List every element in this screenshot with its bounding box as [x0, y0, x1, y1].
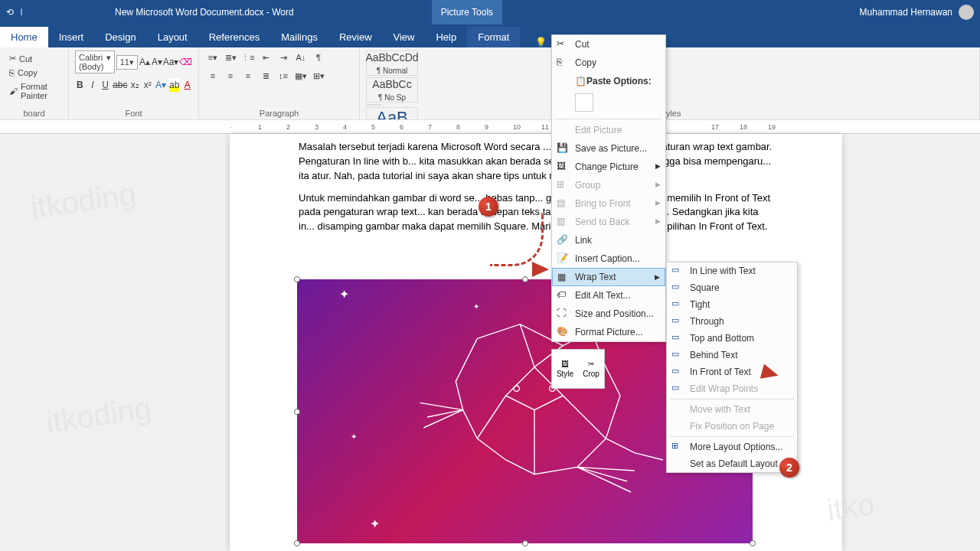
justify-button[interactable]: ≣ [258, 69, 273, 83]
ctx-save-as-picture[interactable]: 💾Save as Picture... [552, 139, 665, 158]
tab-insert[interactable]: Insert [48, 27, 95, 47]
tab-review[interactable]: Review [328, 27, 383, 47]
resize-handle-br[interactable] [750, 540, 756, 546]
ctx-paste-option[interactable] [552, 90, 665, 117]
ctx-cut[interactable]: ✂Cut [552, 35, 665, 54]
wrap-through-icon: ▭ [671, 315, 684, 328]
tab-home[interactable]: Home [0, 27, 48, 47]
grow-font-button[interactable]: A▴ [139, 55, 150, 69]
ruler[interactable]: ·123456789101112171819 [0, 120, 980, 134]
font-color-button[interactable]: A [182, 78, 192, 92]
wrap-set-default[interactable]: Set as Default Layout [667, 455, 797, 472]
clear-format-button[interactable]: ⌫ [179, 55, 192, 69]
align-right-button[interactable]: ≡ [240, 69, 256, 83]
ctx-group: ⊞Group▶ [552, 176, 665, 194]
align-left-button[interactable]: ≡ [205, 69, 220, 83]
chevron-right-icon: ▶ [655, 181, 661, 188]
increase-indent-button[interactable]: ⇥ [276, 51, 291, 64]
tab-view[interactable]: View [383, 27, 426, 47]
font-name-combo[interactable]: Calibri (Body)▾ [75, 51, 115, 73]
ctx-edit-picture: Edit Picture [552, 121, 665, 139]
wrap-tight-icon: ▭ [671, 298, 684, 311]
wrap-edit-points: ▭Edit Wrap Points [667, 380, 797, 397]
autosave-icon[interactable]: ⟲ [6, 7, 14, 18]
show-marks-button[interactable]: ¶ [311, 51, 326, 64]
crop-button[interactable]: ✂Crop [578, 350, 604, 388]
tab-format[interactable]: Format [467, 27, 520, 47]
superscript-button[interactable]: x² [142, 78, 152, 92]
ctx-format-picture[interactable]: 🎨Format Picture... [552, 323, 665, 341]
paragraph-group: ≡▾ ≣▾ ⋮≡ ⇤ ⇥ A↓ ¶ ≡ ≡ ≡ ≣ ↕≡ ▦▾ ⊞▾ Parag… [199, 47, 360, 119]
wrap-topbottom-icon: ▭ [671, 332, 684, 344]
resize-handle-t[interactable] [522, 276, 528, 282]
scissors-icon: ✂ [557, 38, 569, 51]
tab-layout[interactable]: Layout [147, 27, 198, 47]
link-icon: 🔗 [557, 234, 569, 246]
highlight-button[interactable]: ab [169, 78, 179, 92]
copy-button[interactable]: ⎘Copy [6, 67, 62, 79]
sort-button[interactable]: A↓ [293, 51, 309, 64]
paragraph-1[interactable]: Masalah tersebut terjadi karena Microsof… [299, 140, 773, 184]
multilevel-button[interactable]: ⋮≡ [240, 51, 256, 64]
text-effects-button[interactable]: A▾ [155, 78, 166, 92]
wrap-through[interactable]: ▭Through [667, 313, 797, 330]
sparkle-icon: ✦ [339, 287, 349, 302]
cut-button[interactable]: ✂Cut [6, 52, 62, 65]
ctx-link[interactable]: 🔗Link [552, 231, 665, 249]
styles-group: AaBbCcDd¶ Normal AaBbCc¶ No Sp AaBTitle … [360, 47, 980, 119]
italic-button[interactable]: I [88, 78, 98, 92]
wrap-square[interactable]: ▭Square [667, 279, 797, 296]
align-center-button[interactable]: ≡ [223, 69, 238, 83]
tab-references[interactable]: References [198, 27, 270, 47]
wrap-fix-position: Fix Position on Page [667, 418, 797, 435]
more-options-icon: ⊞ [671, 441, 684, 453]
font-label: Font [69, 109, 198, 118]
shrink-font-button[interactable]: A▾ [152, 55, 162, 69]
ctx-wrap-text[interactable]: ▦Wrap Text▶ [552, 268, 665, 286]
line-spacing-button[interactable]: ↕≡ [276, 69, 291, 83]
subscript-button[interactable]: x₂ [130, 78, 140, 92]
underline-button[interactable]: U [100, 78, 110, 92]
font-size-combo[interactable]: 11▾ [116, 55, 138, 70]
tab-help[interactable]: Help [425, 27, 467, 47]
chevron-right-icon: ▶ [655, 217, 661, 225]
clipboard-label: board [0, 109, 68, 118]
ctx-size-position[interactable]: ⛶Size and Position... [552, 305, 665, 323]
separator [670, 436, 794, 437]
resize-handle-tl[interactable] [294, 276, 300, 282]
ctx-insert-caption[interactable]: 📝Insert Caption... [552, 249, 665, 268]
style-hidden[interactable] [366, 104, 381, 106]
user-name[interactable]: Muhammad Hernawan [860, 7, 952, 18]
wrap-tight[interactable]: ▭Tight [667, 296, 797, 313]
ctx-change-picture[interactable]: 🖼Change Picture▶ [552, 158, 665, 176]
borders-button[interactable]: ⊞▾ [311, 69, 326, 83]
style-button[interactable]: 🖼Style [552, 350, 578, 388]
bold-button[interactable]: B [75, 78, 85, 92]
bullets-button[interactable]: ≡▾ [205, 51, 220, 64]
ctx-edit-alt-text[interactable]: 🏷Edit Alt Text... [552, 286, 665, 305]
picture-tools-tab[interactable]: Picture Tools [432, 0, 502, 24]
wrap-behind[interactable]: ▭Behind Text [667, 347, 797, 364]
wrap-inline[interactable]: ▭In Line with Text [667, 262, 797, 279]
change-case-button[interactable]: Aa▾ [164, 55, 178, 69]
style-normal[interactable]: AaBbCcDd¶ Normal [366, 51, 418, 76]
numbering-button[interactable]: ≣▾ [223, 51, 238, 64]
resize-handle-l[interactable] [294, 409, 300, 415]
wrap-more-options[interactable]: ⊞More Layout Options... [667, 439, 797, 455]
qat-dropdown[interactable]: ⁞ [20, 7, 23, 18]
wrap-top-bottom[interactable]: ▭Top and Bottom [667, 330, 797, 347]
resize-handle-b[interactable] [522, 540, 528, 546]
context-menu: ✂Cut ⎘Copy 📋Paste Options: Edit Picture … [551, 34, 666, 342]
strike-button[interactable]: abc [113, 78, 127, 92]
format-painter-button[interactable]: 🖌Format Painter [6, 80, 62, 102]
avatar[interactable] [959, 5, 974, 20]
resize-handle-bl[interactable] [294, 540, 300, 546]
tab-design[interactable]: Design [94, 27, 146, 47]
shading-button[interactable]: ▦▾ [293, 69, 309, 83]
tab-mailings[interactable]: Mailings [270, 27, 328, 47]
paste-keep-source-icon [575, 93, 593, 112]
style-nospacing[interactable]: AaBbCc¶ No Sp [366, 77, 418, 103]
decrease-indent-button[interactable]: ⇤ [258, 51, 273, 64]
title-bar: ⟲ ⁞ New Microsoft Word Document.docx - W… [0, 0, 980, 24]
ctx-copy[interactable]: ⎘Copy [552, 54, 665, 72]
